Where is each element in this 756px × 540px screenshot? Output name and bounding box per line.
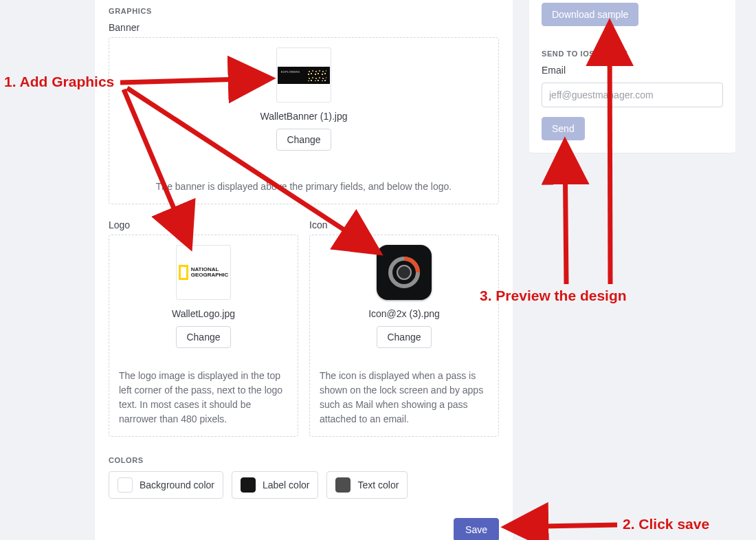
svg-line-8: [610, 26, 610, 284]
svg-line-4: [124, 89, 189, 244]
svg-line-6: [509, 525, 617, 527]
svg-line-5: [127, 88, 377, 251]
svg-line-7: [565, 144, 566, 284]
annotation-arrows: [0, 0, 756, 540]
svg-line-3: [120, 78, 268, 83]
